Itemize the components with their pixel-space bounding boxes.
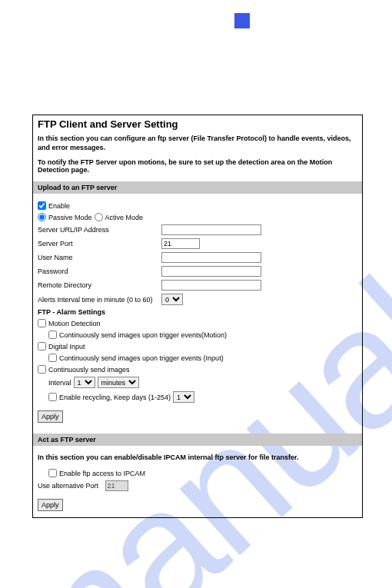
section-act-as-server-header: Act as FTP server	[33, 434, 362, 446]
continuous-send-checkbox[interactable]	[38, 365, 46, 374]
passive-mode-radio[interactable]	[38, 213, 46, 221]
server-port-label: Server Port	[38, 240, 159, 247]
alerts-interval-select[interactable]: 0	[161, 294, 183, 305]
page-title: FTP Client and Server Setting	[38, 118, 357, 130]
password-label: Password	[38, 267, 159, 275]
server-url-label: Server URL/IP Address	[38, 226, 159, 234]
interval-label: Interval	[48, 379, 71, 387]
apply-button-upload[interactable]: Apply	[38, 410, 63, 423]
server-port-input[interactable]	[161, 238, 200, 249]
act-as-server-intro: In this section you can enable/disable I…	[38, 453, 357, 463]
password-input[interactable]	[161, 266, 261, 277]
server-url-input[interactable]	[161, 224, 261, 235]
alt-port-input	[105, 480, 128, 491]
active-mode-radio[interactable]	[95, 213, 103, 221]
remote-dir-input[interactable]	[161, 280, 261, 291]
enable-checkbox[interactable]	[38, 201, 46, 210]
recycle-label: Enable recycling, Keep days (1-254)	[59, 394, 171, 401]
ftp-settings-panel: FTP Client and Server Setting In this se…	[32, 115, 363, 518]
apply-button-server[interactable]: Apply	[38, 499, 63, 511]
motion-continuous-checkbox[interactable]	[48, 331, 57, 339]
digital-input-label: Digital Input	[48, 343, 85, 350]
digital-input-checkbox[interactable]	[38, 342, 46, 350]
enable-label: Enable	[48, 202, 70, 210]
decorative-square	[234, 13, 250, 28]
digital-continuous-checkbox[interactable]	[48, 354, 57, 362]
motion-detection-label: Motion Detection	[48, 320, 101, 327]
alt-port-label: Use alternative Port	[38, 482, 98, 490]
continuous-send-label: Continuously send images	[48, 366, 130, 374]
motion-continuous-label: Continuously send images upon trigger ev…	[59, 331, 227, 339]
notify-text: To notify the FTP Server upon motions, b…	[38, 158, 357, 174]
username-label: User Name	[38, 254, 159, 261]
username-input[interactable]	[161, 252, 261, 263]
passive-mode-label: Passive Mode	[48, 214, 92, 221]
digital-continuous-label: Continuously send images upon trigger ev…	[59, 354, 224, 362]
active-mode-label: Active Mode	[105, 214, 144, 221]
enable-ftp-ipcam-checkbox[interactable]	[48, 469, 57, 477]
motion-detection-checkbox[interactable]	[38, 319, 46, 327]
recycle-checkbox[interactable]	[48, 393, 57, 401]
enable-ftp-ipcam-label: Enable ftp access to IPCAM	[59, 470, 145, 477]
section-upload-header: Upload to an FTP server	[33, 181, 362, 194]
recycle-days-select[interactable]: 1	[173, 391, 194, 403]
alarm-settings-header: FTP - Alarm Settings	[38, 308, 357, 316]
interval-number-select[interactable]: 1	[74, 377, 95, 388]
intro-text: In this section you can configure an ftp…	[38, 135, 357, 152]
remote-dir-label: Remote Directory	[38, 281, 159, 289]
alerts-interval-label: Alerts Interval time in minute (0 to 60)	[38, 296, 159, 304]
interval-unit-select[interactable]: minutes	[98, 377, 139, 388]
